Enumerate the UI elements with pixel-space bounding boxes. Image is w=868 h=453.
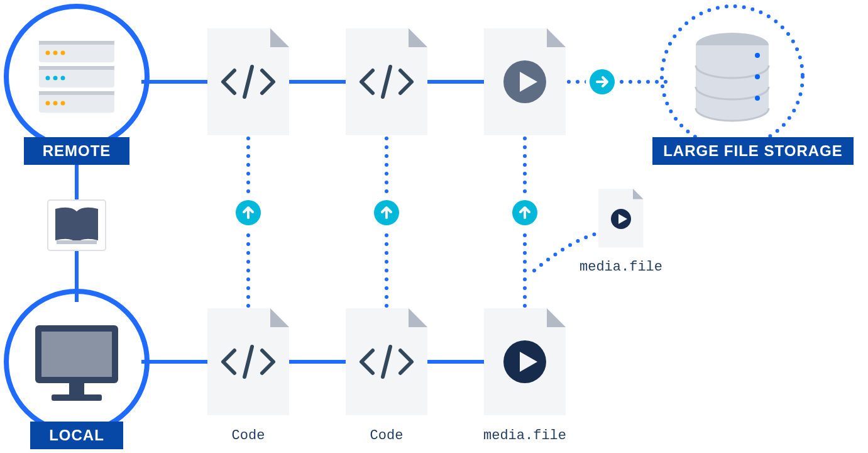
svg-point-18 [53,76,58,81]
remote-code-file-1 [207,28,289,135]
local-node: LOCAL [6,291,147,449]
svg-point-21 [53,101,58,106]
server-icon [39,41,114,113]
svg-rect-35 [52,394,102,401]
pointer-file [598,189,644,248]
svg-rect-29 [57,240,97,244]
book-icon [48,200,106,250]
svg-point-27 [755,96,760,101]
database-icon [696,33,769,121]
local-code-file-1 [207,308,289,415]
local-media-label: media.file [483,428,566,444]
remote-media-file [484,28,566,135]
svg-point-26 [755,74,760,79]
pointer-file-label: media.file [580,259,662,275]
lfs-node: LARGE FILE STORAGE [652,6,854,165]
local-code-2-label: Code [370,428,404,444]
svg-point-16 [61,51,65,55]
svg-rect-11 [39,41,114,45]
arrow-up-icon-2 [370,196,403,229]
local-code-1-label: Code [232,428,265,444]
remote-code-file-2 [346,28,427,135]
svg-point-17 [46,76,50,81]
svg-rect-34 [69,383,84,394]
svg-rect-33 [41,332,112,377]
svg-point-14 [46,51,50,55]
remote-label: REMOTE [43,142,111,159]
local-label: LOCAL [49,427,104,444]
svg-rect-12 [39,66,114,70]
svg-point-20 [46,101,50,106]
arrow-up-icon-1 [232,196,265,229]
svg-point-25 [755,53,760,58]
arrow-right-icon [586,65,618,98]
svg-point-19 [61,76,65,81]
local-media-file [484,308,566,415]
local-code-file-2 [346,308,427,415]
monitor-icon [35,325,118,401]
svg-point-15 [53,51,58,55]
svg-rect-13 [39,91,114,95]
lfs-label: LARGE FILE STORAGE [663,142,843,159]
arrow-up-icon-3 [508,196,541,229]
remote-node: REMOTE [6,6,147,165]
svg-point-22 [61,101,65,106]
